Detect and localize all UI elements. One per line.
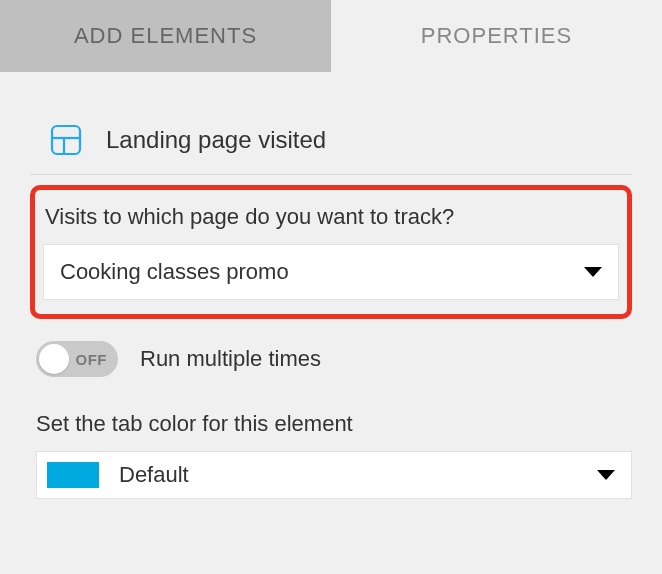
tab-properties[interactable]: PROPERTIES	[331, 0, 662, 72]
color-swatch	[47, 462, 99, 488]
page-select[interactable]: Cooking classes promo	[43, 244, 619, 300]
page-icon	[50, 124, 82, 156]
page-select-value: Cooking classes promo	[60, 259, 289, 285]
color-field-label: Set the tab color for this element	[36, 411, 632, 437]
color-section: Set the tab color for this element Defau…	[30, 411, 632, 499]
tabs-bar: ADD ELEMENTS PROPERTIES	[0, 0, 662, 72]
chevron-down-icon	[584, 267, 602, 277]
toggle-knob	[39, 344, 69, 374]
properties-panel: Landing page visited Visits to which pag…	[0, 72, 662, 499]
run-multiple-row: OFF Run multiple times	[30, 341, 632, 377]
run-multiple-label: Run multiple times	[140, 346, 321, 372]
toggle-state-text: OFF	[76, 351, 108, 368]
chevron-down-icon	[597, 470, 615, 480]
page-field-label: Visits to which page do you want to trac…	[43, 204, 619, 230]
color-select[interactable]: Default	[36, 451, 632, 499]
tab-label: PROPERTIES	[421, 23, 572, 49]
run-multiple-toggle[interactable]: OFF	[36, 341, 118, 377]
color-select-left: Default	[47, 462, 189, 488]
tab-add-elements[interactable]: ADD ELEMENTS	[0, 0, 331, 72]
section-header: Landing page visited	[30, 112, 632, 175]
color-select-value: Default	[119, 462, 189, 488]
section-title: Landing page visited	[106, 126, 326, 154]
tab-label: ADD ELEMENTS	[74, 23, 257, 49]
highlighted-field: Visits to which page do you want to trac…	[30, 185, 632, 319]
svg-rect-0	[52, 126, 80, 154]
